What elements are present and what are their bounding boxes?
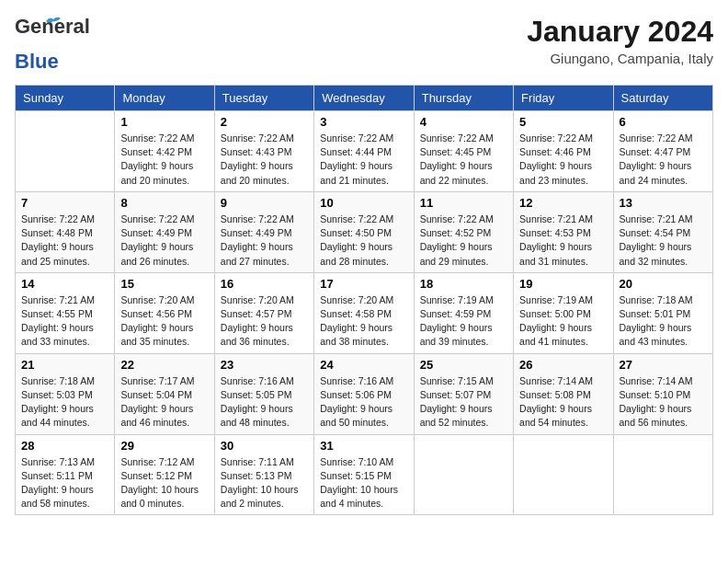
calendar-cell: 10Sunrise: 7:22 AMSunset: 4:50 PMDayligh… [314, 191, 414, 272]
day-number: 21 [21, 358, 108, 372]
month-title: January 2024 [527, 15, 713, 49]
calendar-week-row: 1Sunrise: 7:22 AMSunset: 4:42 PMDaylight… [16, 111, 713, 192]
calendar-cell: 31Sunrise: 7:10 AMSunset: 5:15 PMDayligh… [314, 434, 414, 515]
calendar-table: SundayMondayTuesdayWednesdayThursdayFrid… [15, 85, 713, 515]
day-info: Sunrise: 7:15 AMSunset: 5:07 PMDaylight:… [420, 374, 507, 431]
day-number: 11 [420, 196, 507, 210]
day-info: Sunrise: 7:22 AMSunset: 4:49 PMDaylight:… [120, 213, 208, 269]
day-number: 2 [221, 115, 308, 129]
day-number: 18 [420, 277, 507, 291]
header-sunday: Sunday [16, 86, 115, 111]
header-tuesday: Tuesday [214, 86, 313, 111]
day-info: Sunrise: 7:22 AMSunset: 4:44 PMDaylight:… [320, 132, 407, 188]
day-info: Sunrise: 7:16 AMSunset: 5:06 PMDaylight:… [320, 374, 407, 431]
day-info: Sunrise: 7:10 AMSunset: 5:15 PMDaylight:… [320, 455, 407, 511]
day-number: 24 [320, 358, 407, 372]
day-number: 10 [320, 196, 407, 210]
day-number: 9 [221, 196, 308, 210]
calendar-cell: 1Sunrise: 7:22 AMSunset: 4:42 PMDaylight… [115, 111, 214, 192]
day-number: 5 [519, 115, 607, 129]
calendar-cell: 15Sunrise: 7:20 AMSunset: 4:56 PMDayligh… [115, 272, 214, 353]
calendar-cell: 12Sunrise: 7:21 AMSunset: 4:53 PMDayligh… [514, 191, 613, 272]
day-number: 20 [620, 277, 707, 291]
day-number: 26 [519, 358, 607, 372]
calendar-cell: 16Sunrise: 7:20 AMSunset: 4:57 PMDayligh… [214, 272, 313, 353]
calendar-cell: 23Sunrise: 7:16 AMSunset: 5:05 PMDayligh… [214, 353, 313, 434]
calendar-cell: 22Sunrise: 7:17 AMSunset: 5:04 PMDayligh… [115, 353, 214, 434]
calendar-cell: 7Sunrise: 7:22 AMSunset: 4:48 PMDaylight… [16, 191, 115, 272]
day-number: 23 [221, 358, 308, 372]
day-number: 3 [320, 115, 407, 129]
day-info: Sunrise: 7:14 AMSunset: 5:10 PMDaylight:… [620, 374, 707, 431]
day-info: Sunrise: 7:21 AMSunset: 4:55 PMDaylight:… [21, 293, 108, 350]
calendar-cell: 26Sunrise: 7:14 AMSunset: 5:08 PMDayligh… [514, 353, 613, 434]
calendar-cell: 5Sunrise: 7:22 AMSunset: 4:46 PMDaylight… [514, 111, 613, 192]
title-block: January 2024 Giungano, Campania, Italy [527, 15, 713, 66]
day-info: Sunrise: 7:22 AMSunset: 4:45 PMDaylight:… [420, 132, 507, 188]
calendar-cell: 11Sunrise: 7:22 AMSunset: 4:52 PMDayligh… [414, 191, 513, 272]
header-friday: Friday [514, 86, 613, 111]
calendar-cell: 9Sunrise: 7:22 AMSunset: 4:49 PMDaylight… [214, 191, 313, 272]
day-number: 7 [21, 196, 108, 210]
day-info: Sunrise: 7:22 AMSunset: 4:50 PMDaylight:… [320, 213, 407, 269]
day-info: Sunrise: 7:19 AMSunset: 5:00 PMDaylight:… [519, 293, 607, 350]
header-thursday: Thursday [414, 86, 513, 111]
calendar-cell [16, 111, 115, 192]
day-info: Sunrise: 7:13 AMSunset: 5:11 PMDaylight:… [21, 455, 108, 511]
calendar-cell: 28Sunrise: 7:13 AMSunset: 5:11 PMDayligh… [16, 434, 115, 515]
header-monday: Monday [115, 86, 214, 111]
calendar-cell: 20Sunrise: 7:18 AMSunset: 5:01 PMDayligh… [613, 272, 712, 353]
day-info: Sunrise: 7:22 AMSunset: 4:46 PMDaylight:… [519, 132, 607, 188]
day-number: 25 [420, 358, 507, 372]
day-info: Sunrise: 7:19 AMSunset: 4:59 PMDaylight:… [420, 293, 507, 350]
calendar-cell: 2Sunrise: 7:22 AMSunset: 4:43 PMDaylight… [214, 111, 313, 192]
calendar-cell: 29Sunrise: 7:12 AMSunset: 5:12 PMDayligh… [115, 434, 214, 515]
day-info: Sunrise: 7:17 AMSunset: 5:04 PMDaylight:… [120, 374, 208, 431]
day-number: 29 [120, 439, 208, 453]
day-info: Sunrise: 7:22 AMSunset: 4:52 PMDaylight:… [420, 213, 507, 269]
calendar-week-row: 28Sunrise: 7:13 AMSunset: 5:11 PMDayligh… [16, 434, 713, 515]
day-info: Sunrise: 7:21 AMSunset: 4:54 PMDaylight:… [620, 213, 707, 269]
day-number: 27 [620, 358, 707, 372]
calendar-cell: 6Sunrise: 7:22 AMSunset: 4:47 PMDaylight… [613, 111, 712, 192]
logo: General Blue [15, 15, 59, 74]
day-info: Sunrise: 7:14 AMSunset: 5:08 PMDaylight:… [519, 374, 607, 431]
calendar-week-row: 14Sunrise: 7:21 AMSunset: 4:55 PMDayligh… [16, 272, 713, 353]
day-number: 17 [320, 277, 407, 291]
logo-blue: Blue [15, 50, 59, 74]
day-info: Sunrise: 7:22 AMSunset: 4:48 PMDaylight:… [21, 213, 108, 269]
calendar-cell: 17Sunrise: 7:20 AMSunset: 4:58 PMDayligh… [314, 272, 414, 353]
calendar-cell [613, 434, 712, 515]
day-number: 31 [320, 439, 407, 453]
day-number: 6 [620, 115, 707, 129]
calendar-cell: 8Sunrise: 7:22 AMSunset: 4:49 PMDaylight… [115, 191, 214, 272]
day-number: 16 [221, 277, 308, 291]
day-info: Sunrise: 7:20 AMSunset: 4:57 PMDaylight:… [221, 293, 308, 350]
calendar-cell: 21Sunrise: 7:18 AMSunset: 5:03 PMDayligh… [16, 353, 115, 434]
day-number: 8 [120, 196, 208, 210]
day-info: Sunrise: 7:20 AMSunset: 4:58 PMDaylight:… [320, 293, 407, 350]
page-header: General Blue January 2024 Giungano, Camp… [15, 15, 713, 74]
day-info: Sunrise: 7:22 AMSunset: 4:42 PMDaylight:… [120, 132, 208, 188]
day-info: Sunrise: 7:18 AMSunset: 5:03 PMDaylight:… [21, 374, 108, 431]
day-number: 13 [620, 196, 707, 210]
day-number: 1 [120, 115, 208, 129]
day-number: 19 [519, 277, 607, 291]
day-info: Sunrise: 7:21 AMSunset: 4:53 PMDaylight:… [519, 213, 607, 269]
calendar-cell: 4Sunrise: 7:22 AMSunset: 4:45 PMDaylight… [414, 111, 513, 192]
day-info: Sunrise: 7:12 AMSunset: 5:12 PMDaylight:… [120, 455, 208, 511]
day-number: 15 [120, 277, 208, 291]
day-info: Sunrise: 7:11 AMSunset: 5:13 PMDaylight:… [221, 455, 308, 511]
calendar-cell [414, 434, 513, 515]
logo-bird-icon [44, 15, 61, 28]
calendar-cell: 14Sunrise: 7:21 AMSunset: 4:55 PMDayligh… [16, 272, 115, 353]
calendar-cell: 19Sunrise: 7:19 AMSunset: 5:00 PMDayligh… [514, 272, 613, 353]
calendar-week-row: 7Sunrise: 7:22 AMSunset: 4:48 PMDaylight… [16, 191, 713, 272]
day-info: Sunrise: 7:20 AMSunset: 4:56 PMDaylight:… [120, 293, 208, 350]
day-number: 4 [420, 115, 507, 129]
calendar-header-row: SundayMondayTuesdayWednesdayThursdayFrid… [16, 86, 713, 111]
day-number: 28 [21, 439, 108, 453]
day-info: Sunrise: 7:22 AMSunset: 4:49 PMDaylight:… [221, 213, 308, 269]
calendar-cell: 3Sunrise: 7:22 AMSunset: 4:44 PMDaylight… [314, 111, 414, 192]
day-info: Sunrise: 7:18 AMSunset: 5:01 PMDaylight:… [620, 293, 707, 350]
